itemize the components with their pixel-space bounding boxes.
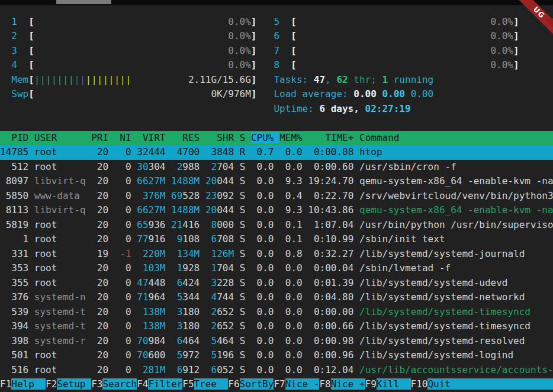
memory-value-kb: 000 <box>217 219 234 230</box>
cpu-meter-id: 1 <box>11 16 17 27</box>
process-row[interactable]: 398 systemd-r 20 0 70984 6464 5464 S 0.0… <box>0 334 553 349</box>
process-row[interactable]: 353 root 20 0 103M 1928 1704 S 0.0 0.0 0… <box>0 261 553 276</box>
gap <box>257 16 274 27</box>
cpu-meter-row: 2 [ 0.0%] 6 [ 0.0%] <box>0 29 553 44</box>
cpu-meter-row: 4 [ 0.0%] 8 [ 0.0%] <box>0 58 553 73</box>
gap <box>108 335 114 346</box>
process-row[interactable]: 14785 root 20 0 32444 4700 3848 R 0.7 0.… <box>0 145 553 160</box>
cell-state: R <box>240 146 246 158</box>
gap <box>17 59 28 70</box>
gap <box>131 204 137 216</box>
fkey-F2[interactable]: F2Setup <box>46 378 91 390</box>
gap <box>86 248 92 259</box>
process-row[interactable]: 394 systemd-t 20 0 138M 3180 2652 S 0.0 … <box>0 319 553 334</box>
cell-nice: 0 <box>114 306 131 317</box>
column-header-mem[interactable]: MEM% <box>279 132 303 143</box>
process-row[interactable]: 512 root 20 0 30304 2988 2704 S 0.0 0.0 … <box>0 160 553 175</box>
process-row[interactable]: 5819 root 20 0 65936 21416 8000 S 0.0 0.… <box>0 218 553 233</box>
memory-meter-value: 2.11G/15.6G <box>188 74 251 85</box>
cell-state: S <box>240 219 246 230</box>
gap <box>303 262 308 274</box>
cell-state: S <box>240 349 246 361</box>
cell-nice: 0 <box>114 262 131 274</box>
cell-priority: 20 <box>91 335 108 346</box>
fkey-F9[interactable]: F9Kill <box>365 378 411 390</box>
process-row[interactable]: 516 root 20 0 281M 6912 6052 S 0.0 0.0 0… <box>0 363 553 378</box>
cell-user: root <box>34 233 86 245</box>
memory-value-mb: 70 <box>137 335 148 346</box>
fkey-F3[interactable]: F3Search <box>91 378 137 390</box>
column-header-cpu[interactable]: CPU% <box>251 132 279 143</box>
meter-open-bracket: [ <box>291 45 297 56</box>
column-header-pri[interactable]: PRI <box>91 132 108 143</box>
process-row[interactable]: 8097 libvirt-q 20 0 6627M 1488M 20044 S … <box>0 174 553 189</box>
table-header-row: PID USER PRI NI VIRT RES SHR S CPU% MEM%… <box>0 131 553 146</box>
cell-nice: 0 <box>114 175 131 187</box>
fkey-F1[interactable]: F1Help <box>0 378 46 390</box>
column-header-pid[interactable]: PID <box>0 132 28 143</box>
memory-value-kb: 044 <box>217 175 234 187</box>
column-header-virt[interactable]: VIRT <box>137 132 165 143</box>
column-header-res[interactable]: RES <box>171 132 200 143</box>
gap <box>200 349 205 361</box>
gap <box>28 262 34 274</box>
window-tab[interactable] <box>56 0 111 4</box>
fkey-F6[interactable]: F6SortBy <box>228 378 274 390</box>
gap <box>165 204 171 216</box>
terminal-grid: 1 [ 0.0%] 5 [ 0.0%] 2 [ 0.0%] 6 [ 0.0%] … <box>0 0 553 392</box>
cell-pid: 1 <box>0 233 28 245</box>
meter-empty <box>34 88 211 99</box>
process-row[interactable]: 5850 www-data 20 0 376M 69528 23092 S 0.… <box>0 189 553 204</box>
process-row[interactable]: 331 root 19 -1 220M 134M 126M S 0.0 0.8 … <box>0 247 553 262</box>
memory-value-mb: 5 <box>171 349 182 361</box>
cell-mem-percent: 0.4 <box>279 190 303 201</box>
cell-mem-percent: 0.8 <box>279 248 303 259</box>
fkey-F7[interactable]: F7Nice - <box>274 378 319 390</box>
column-header-s[interactable]: S <box>240 132 246 143</box>
process-row[interactable]: 1 root 20 0 77916 9108 6708 S 0.0 0.1 0:… <box>0 232 553 247</box>
cell-state: S <box>240 277 246 288</box>
memory-value-kb: 464 <box>217 335 234 346</box>
gap <box>234 364 240 375</box>
cell-user: systemd-r <box>34 335 86 346</box>
fkey-F4[interactable]: F4Filter <box>137 378 182 390</box>
memory-value-mb: 65 <box>137 219 148 230</box>
cell-mem-percent: 0.0 <box>279 146 303 158</box>
gap <box>234 335 240 346</box>
fkey-action-label: Setup <box>57 378 91 390</box>
column-header-ni[interactable]: NI <box>114 132 131 143</box>
uptime-time: 02:27:19 <box>365 103 411 114</box>
fkey-F10[interactable]: F10Quit <box>411 378 451 390</box>
tasks-separator: , <box>325 74 336 85</box>
cell-state: S <box>240 335 246 346</box>
gap <box>257 74 274 85</box>
gap <box>234 320 240 332</box>
column-header-shr[interactable]: SHR <box>205 132 234 143</box>
process-row[interactable]: 501 root 20 0 70600 5972 5196 S 0.0 0.0 … <box>0 348 553 363</box>
cell-pid: 501 <box>0 349 28 361</box>
cell-priority: 20 <box>91 291 108 303</box>
fkey-action-label: Kill <box>377 378 411 390</box>
cpu-meter-id: 4 <box>11 59 17 70</box>
gap <box>28 306 34 317</box>
gap <box>234 291 240 303</box>
meter-empty <box>297 30 491 41</box>
cpu-meter-value: 0.0% <box>228 16 251 27</box>
column-header-time[interactable]: TIME+ <box>308 132 353 143</box>
gap <box>131 175 137 187</box>
column-header-user[interactable]: USER <box>34 132 86 143</box>
gap <box>200 132 205 143</box>
gap <box>108 291 114 303</box>
fkey-F8[interactable]: F8Nice + <box>319 378 365 390</box>
fkey-F5[interactable]: F5Tree <box>182 378 228 390</box>
column-header-command[interactable]: Command <box>359 132 399 143</box>
process-row[interactable]: 376 systemd-n 20 0 71964 5344 4744 S 0.0… <box>0 290 553 305</box>
memory-value-kb: 416 <box>182 219 200 230</box>
process-row[interactable]: 355 root 20 0 47448 6424 3228 S 0.0 0.0 … <box>0 276 553 291</box>
cpu-meter-id: 7 <box>274 45 279 56</box>
meter-close-bracket: ] <box>251 59 257 70</box>
process-row[interactable]: 539 systemd-t 20 0 138M 3180 2652 S 0.0 … <box>0 305 553 320</box>
process-row[interactable]: 8113 libvirt-q 20 0 6627M 1488M 20044 S … <box>0 203 553 218</box>
gap <box>165 233 171 245</box>
cell-pid: 8097 <box>0 175 28 187</box>
